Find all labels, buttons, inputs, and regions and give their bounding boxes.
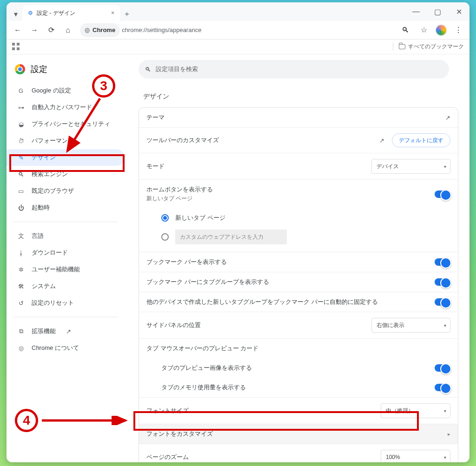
sidebar-item-label: 言語 — [32, 232, 44, 240]
row-label: サイドパネルの位置 — [146, 321, 371, 329]
reset-default-button[interactable]: デフォルトに戻す — [392, 133, 450, 147]
custom-url-input[interactable]: カスタムのウェブアドレスを入力 — [175, 230, 287, 244]
search-icon: 🔍︎ — [17, 170, 25, 178]
site-chip[interactable]: ◎ Chrome — [80, 23, 120, 37]
radio-unselected-icon[interactable] — [161, 233, 169, 241]
sidebar-header: 設定 — [7, 59, 125, 82]
home-button-toggle[interactable] — [435, 190, 450, 198]
close-button[interactable]: ✕ — [448, 2, 469, 21]
gear-icon: ⚙ — [28, 10, 33, 16]
download-icon: ⭳ — [17, 249, 25, 257]
row-mode: モード デバイス — [139, 153, 458, 179]
row-toolbar-customize: ツールバーのカスタマイズ ↗ デフォルトに戻す — [139, 127, 458, 153]
chrome-icon: ◎ — [85, 26, 90, 33]
tab-preview-toggle[interactable] — [435, 364, 450, 372]
sidebar-item-about[interactable]: ◎Chrome について — [7, 340, 125, 356]
close-icon[interactable]: × — [111, 10, 114, 16]
google-icon: G — [17, 86, 25, 95]
minimize-button[interactable]: — — [405, 2, 427, 21]
row-tab-memory: タブのメモリ使用量を表示する — [139, 378, 458, 397]
tab-groups-toggle[interactable] — [435, 278, 450, 286]
appearance-card: テーマ ↗ ツールバーのカスタマイズ ↗ デフォルトに戻す モード デバイス ホ… — [139, 107, 458, 462]
sidebar-item-label: 起動時 — [32, 203, 50, 212]
sidebar-item-label: Chrome について — [32, 344, 79, 352]
auto-pin-toggle[interactable] — [435, 298, 450, 306]
settings-search-input[interactable]: 🔍︎ 設定項目を検索 — [139, 60, 449, 79]
apps-icon[interactable] — [12, 43, 20, 51]
sidebar-item-label: 自動入力とパスワード — [32, 103, 92, 112]
row-show-bookmark-bar: ブックマーク バーを表示する — [139, 252, 458, 272]
select-value: 中（推奨） — [386, 407, 414, 415]
kebab-menu-icon[interactable]: ⋮ — [451, 23, 466, 38]
sidebar-item-performance[interactable]: ⏱パフォーマンス — [7, 132, 125, 149]
reload-button[interactable]: ⟳ — [44, 23, 59, 38]
home-option-custom[interactable]: カスタムのウェブアドレスを入力 — [139, 228, 458, 252]
sidebar-item-google[interactable]: GGoogle の設定 — [7, 82, 125, 99]
forward-button[interactable]: → — [27, 23, 42, 38]
external-link-icon[interactable]: ↗ — [379, 137, 384, 144]
row-home-button: ホームボタンを表示する 新しいタブ ページ — [139, 179, 458, 208]
sidebar-item-languages[interactable]: 文言語 — [7, 228, 125, 244]
toolbar: ← → ⟳ ⌂ ◎ Chrome chrome://settings/appea… — [7, 21, 469, 39]
chrome-logo-icon — [15, 64, 25, 74]
search-in-page-icon[interactable]: 🔍︎ — [398, 23, 413, 38]
select-value: 右側に表示 — [377, 322, 404, 329]
maximize-button[interactable]: ▢ — [427, 2, 448, 21]
input-placeholder: カスタムのウェブアドレスを入力 — [180, 233, 264, 241]
new-tab-button[interactable]: ＋ — [120, 7, 134, 21]
sidebar-item-privacy[interactable]: ◒プライバシーとセキュリティ — [7, 116, 125, 132]
sidebar-item-label: 設定のリセット — [32, 299, 74, 307]
extension-icon: ⧉ — [17, 327, 25, 335]
sidebar-item-accessibility[interactable]: ✲ユーザー補助機能 — [7, 261, 125, 278]
sidebar-item-label: ダウンロード — [32, 249, 68, 257]
mode-select[interactable]: デバイス — [371, 159, 450, 174]
tab-title: 設定 - デザイン — [37, 9, 75, 17]
sidebar-item-autofill[interactable]: ⊶自動入力とパスワード — [7, 99, 125, 116]
tab-list-button[interactable]: ▾ — [9, 7, 22, 21]
browser-tab[interactable]: ⚙ 設定 - デザイン × — [22, 5, 120, 21]
search-placeholder: 設定項目を検索 — [156, 65, 198, 73]
row-label: ホームボタンを表示する — [146, 185, 435, 194]
folder-icon — [399, 44, 405, 49]
chevron-right-icon: ▸ — [448, 431, 450, 437]
home-option-newtab[interactable]: 新しいタブ ページ — [139, 208, 458, 228]
sidebar-item-search-engine[interactable]: 🔍︎検索エンジン — [7, 166, 125, 183]
sidebar-item-extensions[interactable]: ⧉拡張機能↗ — [7, 323, 125, 340]
bookmark-bar-toggle[interactable] — [435, 258, 450, 266]
bookmark-star-icon[interactable]: ☆ — [416, 23, 431, 38]
sidebar-item-on-startup[interactable]: ⏻起動時 — [7, 199, 125, 216]
sidebar-item-system[interactable]: 🛠システム — [7, 278, 125, 295]
page-zoom-select[interactable]: 100% — [381, 450, 450, 462]
external-link-icon: ↗ — [66, 328, 71, 335]
select-value: 100% — [386, 454, 400, 460]
omnibox[interactable]: ◎ Chrome chrome://settings/appearance — [77, 23, 396, 37]
sidebar-item-label: 既定のブラウザ — [32, 187, 74, 195]
sidebar-item-label: パフォーマンス — [32, 137, 74, 145]
wrench-icon: 🛠 — [17, 282, 25, 290]
sidebar-item-appearance[interactable]: ✎デザイン — [7, 149, 125, 166]
speed-icon: ⏱ — [17, 137, 25, 145]
row-font-size: フォントサイズ 中（推奨） — [139, 397, 458, 424]
sidebar-item-reset[interactable]: ↺設定のリセット — [7, 295, 125, 311]
radio-selected-icon[interactable] — [161, 214, 169, 222]
palette-icon: ✎ — [17, 153, 25, 162]
power-icon: ⏻ — [17, 203, 25, 212]
language-icon: 文 — [17, 232, 25, 240]
profile-avatar[interactable] — [435, 24, 447, 36]
back-button[interactable]: ← — [10, 23, 25, 38]
side-panel-select[interactable]: 右側に表示 — [371, 318, 450, 333]
all-bookmarks-button[interactable]: すべてのブックマーク — [393, 43, 464, 51]
row-label: タブ マウスオーバーのプレビュー カード — [146, 344, 450, 353]
row-label: ブックマーク バーを表示する — [146, 258, 435, 266]
row-theme[interactable]: テーマ ↗ — [139, 108, 458, 127]
sidebar-item-default-browser[interactable]: ▭既定のブラウザ — [7, 183, 125, 199]
tab-memory-toggle[interactable] — [435, 384, 450, 391]
sidebar-item-downloads[interactable]: ⭳ダウンロード — [7, 244, 125, 261]
font-size-select[interactable]: 中（推奨） — [381, 403, 450, 418]
row-customize-fonts[interactable]: フォントをカスタマイズ ▸ — [139, 424, 458, 444]
home-button[interactable]: ⌂ — [60, 23, 75, 38]
search-icon: 🔍︎ — [145, 66, 151, 73]
window-buttons: — ▢ ✕ — [405, 2, 469, 21]
section-title: デザイン — [139, 81, 458, 107]
browser-window: ▾ ⚙ 設定 - デザイン × ＋ — ▢ ✕ ← → ⟳ ⌂ ◎ Chrome… — [7, 2, 469, 462]
